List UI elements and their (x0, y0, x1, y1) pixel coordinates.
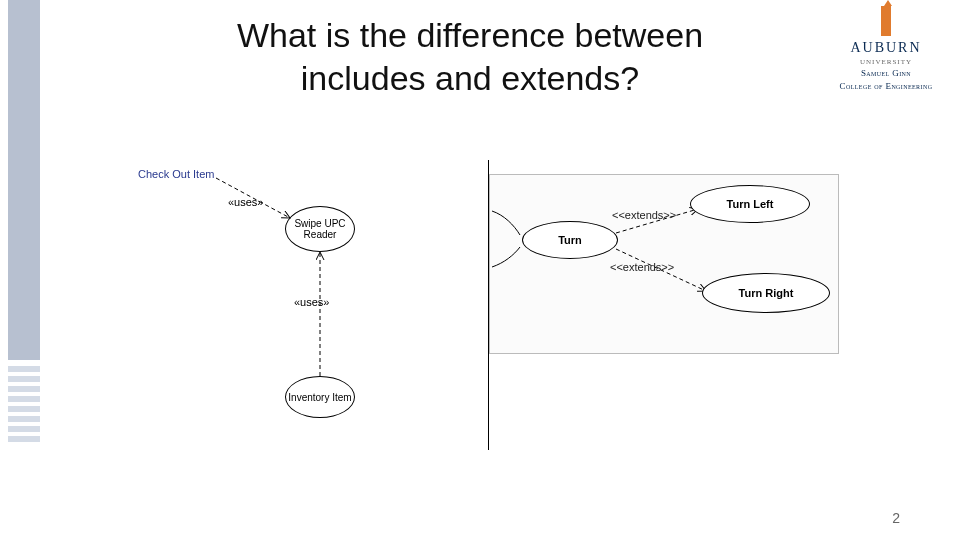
uses-edges (120, 160, 488, 480)
turn-left-label: Turn Left (727, 198, 774, 210)
diagram-area: Check Out Item «uses» Swipe UPC Reader «… (120, 160, 840, 480)
left-ribbon (8, 0, 40, 540)
slide: What is the difference between includes … (0, 0, 960, 540)
logo-brand: AUBURN (826, 40, 946, 56)
ribbon-block (8, 0, 40, 360)
turn-node: Turn (522, 221, 618, 259)
extends-stereotype-2: <<extends>> (610, 261, 674, 273)
logo: AUBURN UNIVERSITY Samuel Ginn College of… (826, 6, 946, 92)
page-number: 2 (892, 510, 900, 526)
ribbon-stripe (8, 416, 40, 422)
ribbon-stripe (8, 426, 40, 432)
ribbon-stripe (8, 386, 40, 392)
ribbon-stripe (8, 376, 40, 382)
extends-diagram: Turn Turn Left Turn Right <<extends>> <<… (489, 174, 839, 354)
ribbon-stripe (8, 366, 40, 372)
logo-college2: College of Engineering (826, 82, 946, 92)
turn-right-node: Turn Right (702, 273, 830, 313)
turn-label: Turn (558, 234, 582, 246)
ribbon-stripe (8, 436, 40, 442)
slide-title: What is the difference between includes … (170, 14, 770, 99)
uses-diagram: Check Out Item «uses» Swipe UPC Reader «… (120, 160, 488, 480)
ribbon-stripe (8, 406, 40, 412)
tower-icon (879, 6, 893, 36)
turn-right-label: Turn Right (739, 287, 794, 299)
logo-college1: Samuel Ginn (826, 69, 946, 79)
ribbon-stripe (8, 396, 40, 402)
logo-unit: UNIVERSITY (826, 58, 946, 66)
turn-left-node: Turn Left (690, 185, 810, 223)
extends-stereotype-1: <<extends>> (612, 209, 676, 221)
svg-line-0 (216, 178, 290, 218)
